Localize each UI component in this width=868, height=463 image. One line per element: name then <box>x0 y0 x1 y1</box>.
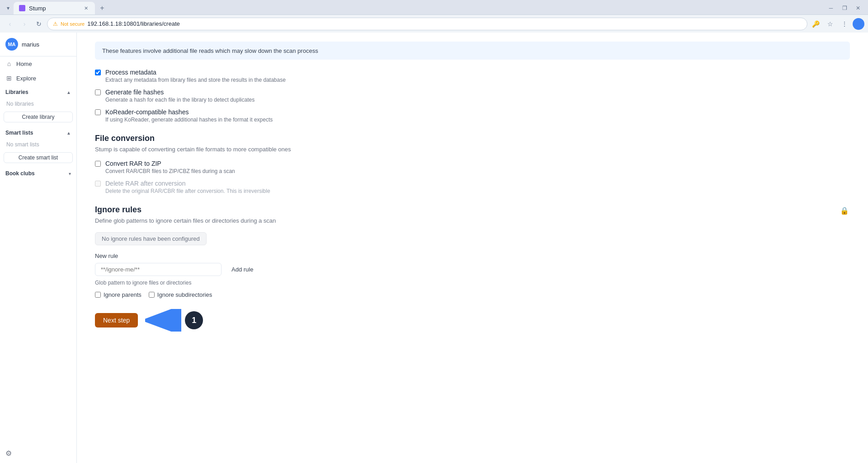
minimize-btn[interactable]: ─ <box>825 2 837 14</box>
restore-btn[interactable]: ❐ <box>838 2 851 14</box>
libraries-empty-text: No libraries <box>4 99 73 110</box>
browser-controls-bar: ‹ › ↻ ⚠ Not secure 192.168.1.18:10801/li… <box>0 14 868 33</box>
generate-hashes-row: Generate file hashes Generate a hash for… <box>95 89 850 103</box>
generate-hashes-checkbox[interactable] <box>95 89 101 95</box>
ignore-options-row: Ignore parents Ignore subdirectories <box>95 291 850 298</box>
ignore-rules-title-block: Ignore rules Define glob patterns to ign… <box>95 205 839 229</box>
generate-hashes-desc: Generate a hash for each file in the lib… <box>105 97 255 103</box>
sidebar-username: marius <box>22 41 39 48</box>
create-library-btn-container: Create library <box>4 110 73 126</box>
smart-lists-empty-text: No smart lists <box>4 140 73 150</box>
process-metadata-desc: Extract any metadata from library files … <box>105 77 286 83</box>
lock-icon: 🔒 <box>839 205 850 216</box>
ignore-rules-section: Ignore rules Define glob patterns to ign… <box>95 205 850 298</box>
arrow-annotation: 1 <box>145 309 203 332</box>
smart-lists-toggle-icon: ▲ <box>66 131 71 136</box>
convert-rar-checkbox[interactable] <box>95 161 101 167</box>
reload-btn[interactable]: ↻ <box>33 18 45 30</box>
koreader-hashes-desc: If using KoReader, generate additional h… <box>105 117 273 123</box>
book-clubs-section[interactable]: Book clubs ▾ <box>0 167 76 180</box>
password-manager-btn[interactable]: 🔑 <box>809 18 822 30</box>
rule-helper-text: Glob pattern to ignore files or director… <box>95 280 850 286</box>
ignore-subdirectories-label[interactable]: Ignore subdirectories <box>149 291 212 298</box>
delete-rar-desc: Delete the original RAR/CBR file after c… <box>105 188 270 194</box>
add-rule-button[interactable]: Add rule <box>226 263 259 276</box>
address-bar[interactable]: ⚠ Not secure 192.168.1.18:10801/librarie… <box>47 18 807 30</box>
tab-title: Stump <box>29 5 79 12</box>
process-metadata-row: Process metadata Extract any metadata fr… <box>95 69 850 83</box>
not-secure-label: Not secure <box>61 21 85 27</box>
libraries-section-title: Libraries <box>5 89 28 95</box>
security-icon: ⚠ <box>53 21 58 27</box>
browser-chrome: ▾ Stump ✕ + ─ ❐ ✕ ‹ › ↻ ⚠ Not secure 192… <box>0 0 868 33</box>
process-metadata-checkbox[interactable] <box>95 70 101 75</box>
process-metadata-label-group: Process metadata Extract any metadata fr… <box>105 69 286 83</box>
profile-btn[interactable] <box>853 18 864 30</box>
new-rule-label: New rule <box>95 253 850 259</box>
forward-btn[interactable]: › <box>18 18 31 30</box>
step-number: 1 <box>192 316 196 325</box>
tab-favicon <box>19 5 25 11</box>
libraries-section: Libraries ▲ No libraries Create library <box>0 85 76 126</box>
home-icon: ⌂ <box>5 60 13 67</box>
arrow-svg <box>145 309 181 332</box>
ignore-rules-desc: Define glob patterns to ignore certain f… <box>95 217 839 224</box>
step-number-badge: 1 <box>185 311 203 329</box>
create-library-button[interactable]: Create library <box>4 112 73 122</box>
delete-rar-checkbox[interactable] <box>95 181 101 187</box>
next-step-button[interactable]: Next step <box>95 313 138 327</box>
process-metadata-label: Process metadata <box>105 69 286 76</box>
main-content: These features involve additional file r… <box>77 33 868 463</box>
file-conversion-section: File conversion Stump is capable of conv… <box>95 134 850 194</box>
libraries-section-header[interactable]: Libraries ▲ <box>0 85 76 99</box>
koreader-hashes-label-group: KoReader-compatible hashes If using KoRe… <box>105 108 273 123</box>
delete-rar-label-group: Delete RAR after conversion Delete the o… <box>105 180 270 194</box>
back-btn[interactable]: ‹ <box>4 18 16 30</box>
koreader-hashes-checkbox[interactable] <box>95 109 101 115</box>
settings-icon[interactable]: ⚙ <box>5 449 71 458</box>
sidebar-item-home[interactable]: ⌂ Home <box>0 56 76 71</box>
koreader-hashes-label: KoReader-compatible hashes <box>105 108 273 116</box>
close-btn[interactable]: ✕ <box>852 2 864 14</box>
sidebar: MA marius ⌂ Home ⊞ Explore Libraries ▲ N… <box>0 33 77 463</box>
book-clubs-title: Book clubs <box>5 170 35 177</box>
smart-lists-section-header[interactable]: Smart lists ▲ <box>0 126 76 140</box>
create-smart-list-button[interactable]: Create smart list <box>4 152 73 163</box>
libraries-toggle-icon: ▲ <box>66 90 71 95</box>
create-smart-list-btn-container: Create smart list <box>4 150 73 167</box>
sidebar-user-area[interactable]: MA marius <box>0 33 76 56</box>
smart-lists-section: Smart lists ▲ No smart lists Create smar… <box>0 126 76 167</box>
libraries-section-content: No libraries Create library <box>0 99 76 126</box>
sidebar-explore-label: Explore <box>16 75 36 82</box>
sidebar-home-label: Home <box>16 61 32 67</box>
info-banner-text: These features involve additional file r… <box>102 47 318 54</box>
ignore-subdirectories-text: Ignore subdirectories <box>157 291 212 298</box>
url-display: 192.168.1.18:10801/libraries/create <box>87 20 802 27</box>
ignore-parents-checkbox[interactable] <box>95 292 101 298</box>
sidebar-item-explore[interactable]: ⊞ Explore <box>0 71 76 85</box>
ignore-parents-text: Ignore parents <box>104 291 142 298</box>
new-tab-btn[interactable]: + <box>96 2 108 14</box>
ignore-parents-label[interactable]: Ignore parents <box>95 291 142 298</box>
file-conversion-title: File conversion <box>95 134 850 143</box>
process-metadata-section: Process metadata Extract any metadata fr… <box>95 69 850 123</box>
bookmark-btn[interactable]: ☆ <box>824 18 836 30</box>
avatar-initials: MA <box>8 42 15 47</box>
explore-icon: ⊞ <box>5 75 13 82</box>
smart-lists-section-content: No smart lists Create smart list <box>0 140 76 167</box>
app-container: MA marius ⌂ Home ⊞ Explore Libraries ▲ N… <box>0 33 868 463</box>
delete-rar-row: Delete RAR after conversion Delete the o… <box>95 180 850 194</box>
tab-close-btn[interactable]: ✕ <box>82 5 90 12</box>
tab-dropdown-btn[interactable]: ▾ <box>4 4 13 13</box>
convert-rar-label: Convert RAR to ZIP <box>105 160 235 167</box>
active-tab[interactable]: Stump ✕ <box>14 2 95 14</box>
ignore-subdirectories-checkbox[interactable] <box>149 292 155 298</box>
koreader-hashes-row: KoReader-compatible hashes If using KoRe… <box>95 108 850 123</box>
smart-lists-section-title: Smart lists <box>5 130 33 136</box>
convert-rar-desc: Convert RAR/CBR files to ZIP/CBZ files d… <box>105 168 235 174</box>
sidebar-settings-area: ⚙ <box>0 444 76 463</box>
extensions-btn[interactable]: ⋮ <box>838 18 851 30</box>
new-rule-input[interactable] <box>95 263 222 276</box>
delete-rar-label: Delete RAR after conversion <box>105 180 270 187</box>
ignore-rules-header: Ignore rules Define glob patterns to ign… <box>95 205 850 229</box>
